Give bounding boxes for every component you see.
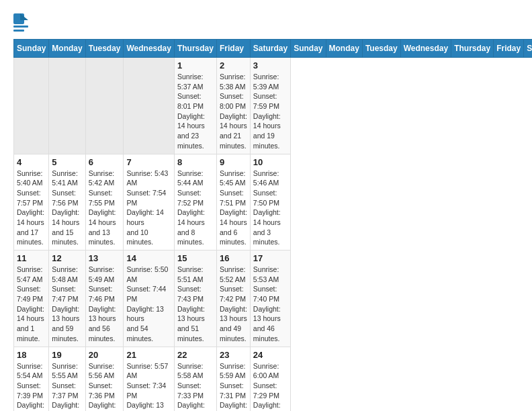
- day-of-week-header: Sunday: [14, 40, 49, 58]
- day-of-week-header: Saturday: [250, 40, 290, 58]
- calendar-header-row: SundayMondayTuesdayWednesdayThursdayFrid…: [14, 40, 533, 58]
- calendar-cell: 16Sunrise: 5:52 AMSunset: 7:42 PMDayligh…: [216, 250, 250, 347]
- day-number: 7: [126, 157, 171, 167]
- calendar-cell: 5Sunrise: 5:41 AMSunset: 7:56 PMDaylight…: [49, 154, 85, 250]
- day-number: 24: [253, 350, 287, 360]
- day-of-week-header: Friday: [216, 40, 250, 58]
- day-number: 19: [52, 350, 82, 360]
- day-of-week-header: Friday: [494, 40, 524, 58]
- day-info: Sunrise: 5:37 AMSunset: 8:01 PMDaylight:…: [177, 72, 214, 151]
- calendar-cell: 18Sunrise: 5:54 AMSunset: 7:39 PMDayligh…: [14, 347, 49, 411]
- calendar-table: SundayMondayTuesdayWednesdayThursdayFrid…: [13, 39, 532, 411]
- day-of-week-header: Thursday: [174, 40, 216, 58]
- calendar-cell: 9Sunrise: 5:45 AMSunset: 7:51 PMDaylight…: [216, 154, 250, 250]
- calendar-cell: 8Sunrise: 5:44 AMSunset: 7:52 PMDaylight…: [174, 154, 216, 250]
- calendar-cell: 24Sunrise: 6:00 AMSunset: 7:29 PMDayligh…: [250, 347, 290, 411]
- day-of-week-header: Sunday: [291, 40, 326, 58]
- day-of-week-header: Wednesday: [400, 40, 451, 58]
- svg-rect-2: [13, 26, 28, 28]
- day-info: Sunrise: 5:59 AMSunset: 7:31 PMDaylight:…: [220, 361, 247, 412]
- day-number: 12: [52, 253, 82, 263]
- day-number: 15: [177, 253, 214, 263]
- calendar-cell: [85, 58, 124, 154]
- day-number: 21: [126, 350, 171, 360]
- day-info: Sunrise: 5:39 AMSunset: 7:59 PMDaylight:…: [253, 72, 287, 151]
- calendar-cell: 14Sunrise: 5:50 AMSunset: 7:44 PMDayligh…: [124, 250, 174, 347]
- day-info: Sunrise: 5:48 AMSunset: 7:47 PMDaylight:…: [52, 265, 82, 344]
- calendar-week-row: 1Sunrise: 5:37 AMSunset: 8:01 PMDaylight…: [14, 58, 533, 154]
- day-number: 23: [220, 350, 247, 360]
- calendar-week-row: 18Sunrise: 5:54 AMSunset: 7:39 PMDayligh…: [14, 347, 533, 411]
- day-info: Sunrise: 5:57 AMSunset: 7:34 PMDaylight:…: [126, 361, 171, 412]
- day-info: Sunrise: 5:54 AMSunset: 7:39 PMDaylight:…: [17, 361, 46, 412]
- day-info: Sunrise: 5:40 AMSunset: 7:57 PMDaylight:…: [17, 169, 46, 248]
- day-info: Sunrise: 5:43 AMSunset: 7:54 PMDaylight:…: [126, 169, 171, 248]
- calendar-cell: [124, 58, 174, 154]
- day-info: Sunrise: 5:47 AMSunset: 7:49 PMDaylight:…: [17, 265, 46, 344]
- day-info: Sunrise: 5:56 AMSunset: 7:36 PMDaylight:…: [89, 361, 121, 412]
- calendar-cell: 22Sunrise: 5:58 AMSunset: 7:33 PMDayligh…: [174, 347, 216, 411]
- day-number: 14: [126, 253, 171, 263]
- calendar-cell: 23Sunrise: 5:59 AMSunset: 7:31 PMDayligh…: [216, 347, 250, 411]
- calendar-cell: 12Sunrise: 5:48 AMSunset: 7:47 PMDayligh…: [49, 250, 85, 347]
- day-number: 17: [253, 253, 287, 263]
- day-of-week-header: Tuesday: [362, 40, 400, 58]
- calendar-cell: 3Sunrise: 5:39 AMSunset: 7:59 PMDaylight…: [250, 58, 290, 154]
- day-of-week-header: Monday: [326, 40, 362, 58]
- calendar-week-row: 11Sunrise: 5:47 AMSunset: 7:49 PMDayligh…: [14, 250, 533, 347]
- day-of-week-header: Monday: [49, 40, 85, 58]
- day-number: 9: [220, 157, 247, 167]
- day-of-week-header: Wednesday: [124, 40, 174, 58]
- calendar-cell: 17Sunrise: 5:53 AMSunset: 7:40 PMDayligh…: [250, 250, 290, 347]
- calendar-cell: 4Sunrise: 5:40 AMSunset: 7:57 PMDaylight…: [14, 154, 49, 250]
- calendar-cell: 20Sunrise: 5:56 AMSunset: 7:36 PMDayligh…: [85, 347, 124, 411]
- day-number: 13: [89, 253, 121, 263]
- day-number: 3: [253, 60, 287, 71]
- day-number: 20: [89, 350, 121, 360]
- logo-icon: [13, 13, 28, 34]
- day-info: Sunrise: 5:41 AMSunset: 7:56 PMDaylight:…: [52, 169, 82, 248]
- svg-rect-3: [13, 30, 24, 32]
- day-info: Sunrise: 5:55 AMSunset: 7:37 PMDaylight:…: [52, 361, 82, 412]
- calendar-cell: 15Sunrise: 5:51 AMSunset: 7:43 PMDayligh…: [174, 250, 216, 347]
- calendar-cell: 1Sunrise: 5:37 AMSunset: 8:01 PMDaylight…: [174, 58, 216, 154]
- calendar-cell: 10Sunrise: 5:46 AMSunset: 7:50 PMDayligh…: [250, 154, 290, 250]
- day-info: Sunrise: 5:45 AMSunset: 7:51 PMDaylight:…: [220, 169, 247, 248]
- day-info: Sunrise: 5:50 AMSunset: 7:44 PMDaylight:…: [126, 265, 171, 344]
- calendar-cell: 19Sunrise: 5:55 AMSunset: 7:37 PMDayligh…: [49, 347, 85, 411]
- svg-marker-1: [20, 13, 28, 20]
- calendar-cell: [49, 58, 85, 154]
- day-number: 11: [17, 253, 46, 263]
- calendar-cell: 13Sunrise: 5:49 AMSunset: 7:46 PMDayligh…: [85, 250, 124, 347]
- calendar-cell: 7Sunrise: 5:43 AMSunset: 7:54 PMDaylight…: [124, 154, 174, 250]
- day-info: Sunrise: 5:58 AMSunset: 7:33 PMDaylight:…: [177, 361, 214, 412]
- day-number: 4: [17, 157, 46, 167]
- logo: [13, 13, 28, 34]
- calendar-cell: 6Sunrise: 5:42 AMSunset: 7:55 PMDaylight…: [85, 154, 124, 250]
- day-of-week-header: Tuesday: [85, 40, 124, 58]
- day-number: 5: [52, 157, 82, 167]
- day-number: 8: [177, 157, 214, 167]
- day-number: 16: [220, 253, 247, 263]
- day-info: Sunrise: 5:44 AMSunset: 7:52 PMDaylight:…: [177, 169, 214, 248]
- header-area: [13, 11, 519, 34]
- day-info: Sunrise: 5:49 AMSunset: 7:46 PMDaylight:…: [89, 265, 121, 344]
- day-info: Sunrise: 5:38 AMSunset: 8:00 PMDaylight:…: [220, 72, 247, 151]
- day-info: Sunrise: 5:42 AMSunset: 7:55 PMDaylight:…: [89, 169, 121, 248]
- day-info: Sunrise: 5:52 AMSunset: 7:42 PMDaylight:…: [220, 265, 247, 344]
- calendar-cell: [14, 58, 49, 154]
- day-number: 18: [17, 350, 46, 360]
- day-of-week-header: Thursday: [451, 40, 494, 58]
- day-info: Sunrise: 5:46 AMSunset: 7:50 PMDaylight:…: [253, 169, 287, 248]
- calendar-cell: 2Sunrise: 5:38 AMSunset: 8:00 PMDaylight…: [216, 58, 250, 154]
- day-of-week-header: Saturday: [524, 40, 532, 58]
- day-info: Sunrise: 5:51 AMSunset: 7:43 PMDaylight:…: [177, 265, 214, 344]
- calendar-week-row: 4Sunrise: 5:40 AMSunset: 7:57 PMDaylight…: [14, 154, 533, 250]
- day-info: Sunrise: 6:00 AMSunset: 7:29 PMDaylight:…: [253, 361, 287, 412]
- day-number: 10: [253, 157, 287, 167]
- day-number: 1: [177, 60, 214, 71]
- calendar-cell: 21Sunrise: 5:57 AMSunset: 7:34 PMDayligh…: [124, 347, 174, 411]
- calendar-cell: 11Sunrise: 5:47 AMSunset: 7:49 PMDayligh…: [14, 250, 49, 347]
- day-number: 6: [89, 157, 121, 167]
- day-number: 2: [220, 60, 247, 71]
